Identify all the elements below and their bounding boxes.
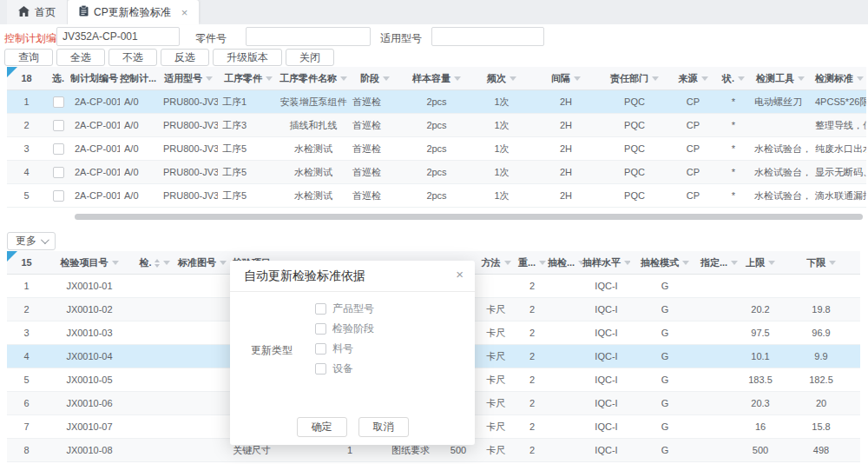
table-row[interactable]: 12A-CP-001A/0PRU800-JV352A工序1安装增压泵组件首巡检2… [7, 90, 866, 114]
column-header[interactable]: 方法 [476, 251, 516, 275]
filter-icon[interactable] [510, 76, 516, 81]
column-header[interactable]: 工序零件名称 [279, 67, 348, 90]
filter-icon[interactable] [701, 76, 708, 81]
column-header[interactable]: 样本容量 [402, 67, 471, 90]
column-header[interactable]: 抽检模式 [630, 251, 700, 275]
filter-icon[interactable] [504, 261, 511, 265]
filter-icon[interactable] [206, 76, 213, 81]
filter-icon[interactable] [829, 261, 836, 265]
table-row[interactable]: 22A-CP-001A/0PRU800-JV352A工序3插线和扎线首巡检2pc… [7, 114, 866, 137]
dialog-close-icon[interactable]: × [456, 268, 464, 281]
column-header-label: 下限 [806, 257, 825, 268]
filter-icon[interactable] [539, 261, 546, 265]
column-header[interactable]: 上限 [739, 251, 782, 275]
option-checkbox[interactable] [315, 363, 326, 375]
horizontal-scrollbar[interactable] [75, 214, 863, 220]
filter-icon[interactable] [163, 261, 170, 265]
filter-icon[interactable] [383, 76, 390, 81]
filter-icon[interactable] [624, 261, 630, 265]
column-header[interactable]: 状. [717, 67, 750, 90]
option-checkbox[interactable] [315, 303, 326, 315]
row-checkbox[interactable] [53, 143, 64, 155]
table-row[interactable]: 32A-CP-001A/0PRU800-JV352A工序5水检测试首巡检2pcs… [7, 137, 866, 161]
column-header[interactable]: 责任部门 [600, 67, 669, 90]
column-header[interactable]: 检. [133, 251, 176, 275]
row-checkbox[interactable] [53, 96, 64, 108]
cell: 500 [739, 439, 782, 462]
filter-icon[interactable] [768, 261, 775, 265]
column-header[interactable]: 频次 [471, 67, 532, 90]
column-header[interactable]: 适用型号 [159, 67, 218, 90]
model-input[interactable] [431, 27, 544, 46]
part-no-input[interactable] [246, 27, 371, 46]
update-type-option[interactable]: 检验阶段 [315, 322, 374, 335]
table-row[interactable]: 52A-CP-001A/0PRU800-JV352A工序5水检测试首巡检2pcs… [7, 184, 866, 208]
column-header[interactable]: 来源 [669, 67, 717, 90]
column-header[interactable]: 指定... [700, 251, 739, 275]
row-checkbox[interactable] [53, 167, 64, 178]
toolbar: 查询全选不选反选升级版本关闭 [4, 49, 334, 66]
tab-home[interactable]: 首页 [7, 0, 68, 24]
column-header[interactable]: 检验项目号 [46, 251, 133, 275]
option-checkbox[interactable] [315, 323, 326, 335]
option-label: 产品型号 [332, 302, 374, 316]
row-checkbox[interactable] [53, 120, 64, 131]
column-header-label: 指定... [700, 257, 727, 268]
option-checkbox[interactable] [315, 343, 326, 355]
filter-icon[interactable] [266, 76, 273, 81]
column-header[interactable]: 检测标准 [811, 67, 866, 90]
select-all-corner-icon[interactable] [7, 67, 17, 77]
confirm-button[interactable]: 确定 [297, 417, 347, 437]
row-checkbox[interactable] [53, 190, 64, 202]
cell: 卡尺 [476, 439, 516, 462]
toolbar-button[interactable]: 不选 [108, 49, 157, 66]
control-plan-input[interactable] [56, 27, 180, 46]
filter-icon[interactable] [682, 261, 689, 265]
filter-icon[interactable] [112, 261, 119, 265]
filter-icon[interactable] [574, 76, 581, 81]
column-header[interactable]: 间隔 [532, 67, 600, 90]
tab-close-icon[interactable]: × [181, 7, 188, 18]
filter-icon[interactable] [731, 261, 738, 265]
toolbar-button[interactable]: 升级版本 [213, 49, 282, 66]
column-header[interactable]: 抽样水平 [582, 251, 630, 275]
filter-icon[interactable] [738, 76, 745, 81]
column-header[interactable]: 重... [516, 251, 548, 275]
cell: PQC [600, 90, 669, 114]
sort-icon[interactable] [155, 259, 160, 268]
cell: JX0010-02 [46, 298, 133, 321]
home-icon [18, 6, 30, 19]
toolbar-button[interactable]: 反选 [161, 49, 209, 66]
column-header[interactable]: 工序零件 [218, 67, 279, 90]
column-header[interactable]: 控制计... [120, 67, 159, 90]
select-all-corner-icon[interactable] [7, 251, 17, 262]
column-header[interactable]: 抽检... [548, 251, 582, 275]
cancel-button[interactable]: 取消 [358, 417, 409, 437]
tab-cp-update-standard[interactable]: CP更新检验标准 × [68, 0, 199, 24]
column-header[interactable]: 下限 [782, 251, 860, 275]
cell: 工序1 [218, 90, 279, 114]
filter-icon[interactable] [340, 76, 347, 81]
cell: 9.9 [782, 345, 860, 368]
filter-icon[interactable] [798, 76, 805, 81]
filter-icon[interactable] [454, 76, 461, 81]
update-type-option[interactable]: 产品型号 [315, 302, 374, 315]
toolbar-button[interactable]: 关闭 [286, 49, 334, 66]
update-type-option[interactable]: 设备 [315, 362, 374, 375]
column-header[interactable]: 阶段 [348, 67, 402, 90]
filter-icon[interactable] [652, 76, 659, 81]
cell: 2H [532, 184, 600, 208]
cell [548, 415, 582, 439]
cell: 水检测试 [279, 137, 348, 161]
update-type-option[interactable]: 料号 [315, 342, 374, 355]
table-row[interactable]: 42A-CP-001A/0PRU800-JV352A工序5水检测试首巡检2pcs… [7, 161, 866, 184]
column-header[interactable]: 标准图号 [176, 251, 228, 275]
column-header[interactable]: 制计划编号 [70, 67, 120, 90]
more-button[interactable]: 更多 [7, 232, 56, 250]
column-header[interactable]: 检测工具 [750, 67, 811, 90]
cell [133, 321, 176, 345]
toolbar-button[interactable]: 查询 [4, 49, 53, 66]
toolbar-button[interactable]: 全选 [56, 49, 105, 66]
filter-icon[interactable] [857, 76, 864, 81]
filter-icon[interactable] [220, 261, 227, 265]
